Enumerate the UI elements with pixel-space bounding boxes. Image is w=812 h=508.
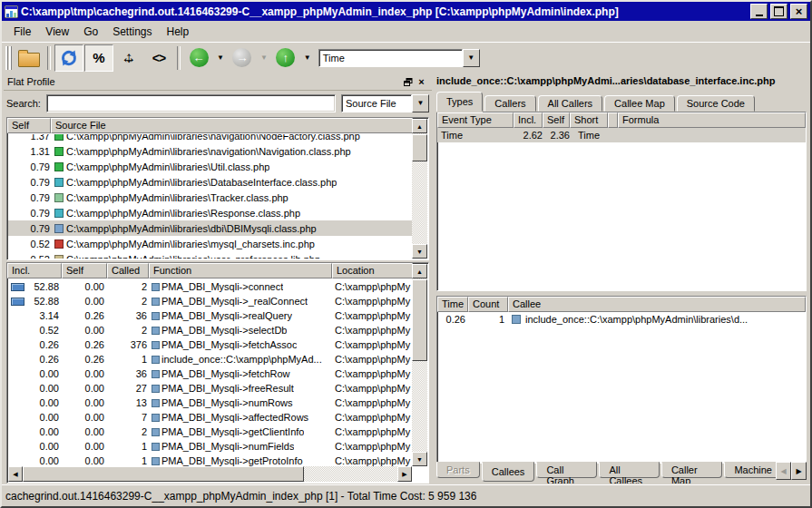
scrollbar-thumb[interactable] [412,279,427,361]
search-input[interactable] [46,94,336,112]
table-row[interactable]: 3.140.2636PMA_DBI_Mysqli->realQueryC:\xa… [8,308,412,323]
close-dock-button[interactable]: × [415,76,428,88]
search-input-field[interactable] [47,95,340,112]
tab-callee-map[interactable]: Callee Map [604,95,675,112]
table-row[interactable]: 0.79C:\xampp\phpMyAdmin\libraries\Tracke… [8,190,412,205]
scrollbar-thumb[interactable] [412,134,427,161]
column-header-incl[interactable]: Incl. [514,112,543,128]
tab-callees[interactable]: Callees [482,462,535,482]
open-file-button[interactable] [15,44,44,72]
column-header-formula[interactable]: Formula [618,112,806,128]
table-row[interactable]: 0.52C:\xampp\phpMyAdmin\libraries\mysql_… [8,236,412,251]
column-header-location[interactable]: Location [332,263,413,278]
called-cell: 7 [108,412,150,423]
column-header-self[interactable]: Self [543,112,570,128]
tab-types[interactable]: Types [436,92,483,112]
scroll-down-button[interactable]: ▼ [412,244,427,259]
scroll-up-button[interactable]: ▲ [412,264,427,278]
self-cell: 0.79 [8,177,53,188]
column-header-source-file[interactable]: Source File [51,118,413,133]
column-header-count[interactable]: Count [468,297,508,312]
column-header-self[interactable]: Self [62,263,107,278]
tab-all-callees[interactable]: All Callees [599,462,659,478]
function-horizontal-scrollbar[interactable]: ◀ ▶ [8,466,412,482]
tab-machine[interactable]: Machine [724,462,776,478]
scrollbar-thumb[interactable] [23,466,304,482]
table-row[interactable]: Time 2.62 2.36 Time [437,128,806,142]
reload-button[interactable] [54,44,83,72]
table-row[interactable]: 0.000.001PMA_DBI_Mysqli->numFieldsC:\xam… [8,439,412,454]
column-header-incl[interactable]: Incl. [7,263,62,278]
menu-go[interactable]: Go [76,23,105,41]
dock-title-bar[interactable]: Flat Profile × [4,73,432,91]
table-row[interactable]: 0.52C:\xampp\phpMyAdmin\libraries\user_p… [8,251,412,259]
table-row[interactable]: 0.26 1 include_once::C:\xampp\phpMyAdmin… [437,312,806,327]
forward-dropdown[interactable]: ▼ [258,54,270,62]
table-row[interactable]: 1.37C:\xampp\phpMyAdmin\libraries\naviga… [8,134,412,143]
percent-button[interactable]: % [84,44,113,72]
chevron-down-icon[interactable]: ▼ [463,49,480,67]
table-row[interactable]: 52.880.002PMA_DBI_Mysqli->connectC:\xamp… [8,279,412,294]
table-row[interactable]: 52.880.002PMA_DBI_Mysqli->_realConnectC:… [8,294,412,308]
toolbar-handle[interactable] [5,46,12,70]
back-icon: ← [190,48,209,67]
scroll-right-button[interactable]: ▶ [397,466,412,482]
tab-call-graph[interactable]: Call Graph [536,462,597,478]
table-row[interactable]: 0.000.007PMA_DBI_Mysqli->affectedRowsC:\… [8,410,412,425]
column-header-function[interactable]: Function [149,263,332,278]
column-header-self[interactable]: Self [7,118,51,133]
table-row[interactable]: 0.000.0013PMA_DBI_Mysqli->numRowsC:\xamp… [8,396,412,410]
back-button[interactable]: ← [184,44,213,72]
menu-file[interactable]: File [6,23,38,41]
menu-help[interactable]: Help [160,23,197,41]
tab-parts[interactable]: Parts [436,462,480,478]
group-by-select[interactable]: Source File ▼ [341,94,429,112]
menu-view[interactable]: View [38,23,76,41]
tab-scroll-right-button[interactable]: ▶ [791,462,807,480]
menu-settings[interactable]: Settings [105,23,159,41]
title-bar[interactable]: C:\xampp\tmp\cachegrind.out.1416463299-C… [2,2,810,21]
scroll-up-button[interactable]: ▲ [412,119,427,133]
function-vertical-scrollbar[interactable]: ▲ ▼ [412,264,427,466]
chevron-down-icon[interactable]: ▼ [412,94,429,112]
column-header-short[interactable]: Short [570,112,608,128]
table-row[interactable]: 0.000.002PMA_DBI_Mysqli->getClientInfoC:… [8,425,412,439]
table-row[interactable]: 0.000.0036PMA_DBI_Mysqli->fetchRowC:\xam… [8,366,412,381]
back-dropdown[interactable]: ▼ [214,54,227,62]
table-row[interactable]: 0.000.001PMA_DBI_Mysqli->getProtoInfoC:\… [8,454,412,466]
tab-source-code[interactable]: Source Code [677,95,755,112]
minimize-button[interactable] [750,4,768,19]
table-row[interactable]: 1.31C:\xampp\phpMyAdmin\libraries\naviga… [8,143,412,159]
table-row[interactable]: 0.79C:\xampp\phpMyAdmin\libraries\Respon… [8,205,412,220]
relative-cost-button[interactable]: <> [144,44,173,72]
event-type-select[interactable]: Time ▼ [318,49,480,67]
table-row[interactable]: 0.260.261include_once::C:\xampp\phpMyAd.… [8,352,412,366]
table-row[interactable]: 0.79C:\xampp\phpMyAdmin\libraries\dbi\DB… [8,220,412,236]
forward-button[interactable]: → [228,44,257,72]
expand-areas-button[interactable]: ↔↕ [114,44,143,72]
source-vertical-scrollbar[interactable]: ▲ ▼ [412,119,427,259]
column-header-time[interactable]: Time [437,297,468,312]
up-button[interactable]: ↑ [271,44,300,72]
tab-caller-map[interactable]: Caller Map [661,462,723,478]
column-header-callee[interactable]: Callee [508,297,806,312]
tab-all-callers[interactable]: All Callers [538,95,603,112]
column-header-called[interactable]: Called [107,263,149,278]
tab-scroll-left-button[interactable]: ◀ [776,462,791,480]
maximize-button[interactable] [770,4,788,19]
horizontal-splitter[interactable] [436,289,807,296]
table-row[interactable]: 0.79C:\xampp\phpMyAdmin\libraries\Util.c… [8,159,412,174]
scroll-down-button[interactable]: ▼ [412,452,427,466]
scroll-left-button[interactable]: ◀ [8,466,23,482]
source-file-cell: C:\xampp\phpMyAdmin\libraries\Util.class… [66,161,269,172]
table-row[interactable]: 0.000.0027PMA_DBI_Mysqli->freeResultC:\x… [8,381,412,396]
table-row[interactable]: 0.260.26376PMA_DBI_Mysqli->fetchAssocC:\… [8,337,412,352]
up-dropdown[interactable]: ▼ [301,54,314,62]
column-header-event-type[interactable]: Event Type [437,112,514,128]
table-row[interactable]: 0.79C:\xampp\phpMyAdmin\libraries\Databa… [8,174,412,190]
float-dock-button[interactable] [401,76,415,88]
tab-callers[interactable]: Callers [484,95,535,112]
close-button[interactable]: × [790,4,807,19]
table-row[interactable]: 0.520.002PMA_DBI_Mysqli->selectDbC:\xamp… [8,323,412,337]
self-cell: 0.00 [63,455,108,466]
